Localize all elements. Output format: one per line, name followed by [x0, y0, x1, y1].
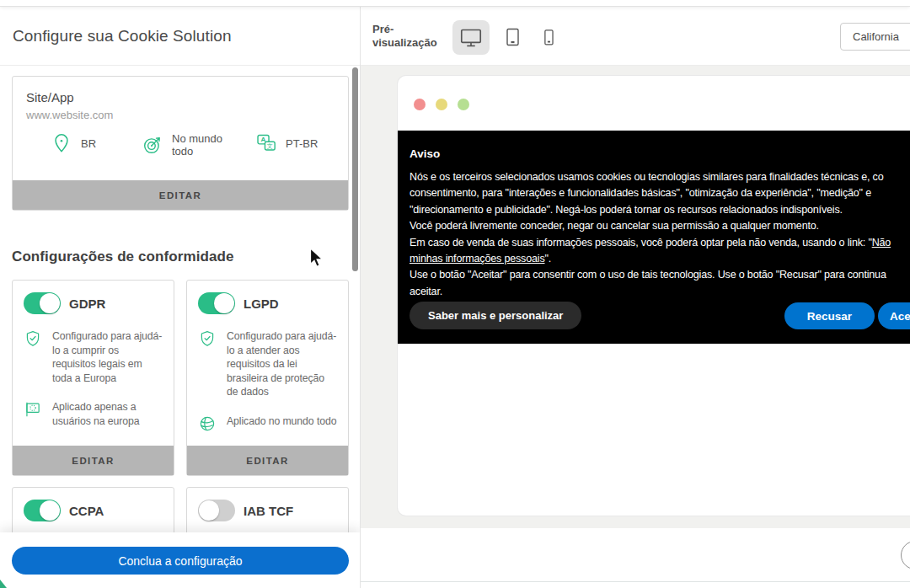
mouse-cursor	[308, 248, 326, 268]
shield-check-icon	[24, 329, 42, 385]
globe-icon	[198, 414, 217, 433]
chat-bubble-corner	[0, 580, 7, 588]
lgpd-card: LGPD Configurado para ajudá-lo a atender…	[186, 280, 349, 476]
site-country-label: BR	[81, 137, 96, 150]
help-button[interactable]	[901, 541, 910, 569]
scrollbar-thumb[interactable]	[352, 67, 358, 271]
banner-link[interactable]: Não	[872, 237, 891, 249]
ccpa-label: CCPA	[69, 504, 104, 518]
site-app-title: Site/App	[26, 90, 335, 104]
svg-text:文: 文	[267, 142, 273, 150]
shield-check-icon	[198, 329, 217, 399]
page-title: Configure sua Cookie Solution	[13, 27, 232, 45]
site-edit-button[interactable]: EDITAR	[13, 180, 348, 210]
banner-accept-button[interactable]: Aceitar	[878, 302, 910, 329]
traffic-light-red-icon	[414, 99, 426, 110]
configurator-footer: Conclua a configuração	[0, 532, 360, 588]
compliance-section-title: Configurações de conformidade	[12, 249, 234, 265]
gdpr-toggle[interactable]	[24, 292, 61, 314]
traffic-light-green-icon	[458, 99, 469, 110]
ccpa-toggle[interactable]	[24, 500, 61, 521]
gdpr-card: GDPR Configurado para ajudá-lo a cumprir…	[12, 280, 174, 476]
device-tablet-button[interactable]	[494, 20, 531, 55]
iab-tcf-label: IAB TCF	[244, 504, 293, 518]
device-phone-button[interactable]	[530, 20, 567, 55]
gdpr-label: GDPR	[69, 297, 105, 311]
configurator-header: Configure sua Cookie Solution	[0, 7, 360, 66]
footer-divider	[361, 581, 910, 582]
desktop-icon	[458, 27, 484, 49]
phone-icon	[539, 28, 558, 48]
lgpd-item-2: Aplicado no mundo todo	[227, 414, 337, 433]
configurator-panel: Configure sua Cookie Solution Site/App w…	[0, 7, 361, 588]
banner-reject-button[interactable]: Recusar	[784, 302, 875, 329]
banner-text: Nós e os terceiros selecionados usamos c…	[410, 169, 891, 300]
lgpd-item-1: Configurado para ajudá-lo a atender aos …	[227, 329, 337, 399]
preview-header: Pré- visualização	[361, 7, 910, 66]
top-strip	[0, 0, 910, 7]
banner-link[interactable]: minhas informações pessoais	[410, 253, 545, 265]
preview-footer	[361, 528, 910, 588]
lgpd-edit-button[interactable]: EDITAR	[187, 446, 348, 475]
translate-icon: A 文	[255, 132, 277, 154]
banner-title: Aviso	[410, 147, 440, 160]
site-app-card: Site/App www.website.com BR No m	[12, 76, 349, 211]
cookie-banner: Aviso Nós e os terceiros selecionados us…	[398, 131, 910, 344]
site-country: BR	[51, 132, 96, 154]
gdpr-edit-button[interactable]: EDITAR	[13, 446, 174, 475]
target-icon	[142, 134, 163, 156]
browser-mockup: Aviso Nós e os terceiros selecionados us…	[398, 76, 910, 516]
preview-label: Pré- visualização	[372, 23, 437, 50]
device-desktop-button[interactable]	[452, 20, 490, 55]
banner-customize-button[interactable]: Saber mais e personalizar	[410, 302, 581, 329]
preview-area: Aviso Nós e os terceiros selecionados us…	[361, 66, 910, 528]
finish-configuration-button[interactable]: Conclua a configuração	[12, 547, 349, 575]
lgpd-label: LGPD	[244, 297, 279, 311]
gdpr-item-1: Configurado para ajudá-lo a cumprir os r…	[52, 329, 163, 385]
tablet-icon	[502, 27, 522, 49]
traffic-light-yellow-icon	[436, 99, 447, 110]
site-scope-label: No mundo todo	[172, 132, 228, 158]
site-language: A 文 PT-BR	[255, 132, 318, 154]
iab-tcf-toggle[interactable]	[198, 500, 235, 521]
gdpr-item-2: Aplicado apenas a usuários na europa	[52, 400, 163, 428]
site-language-label: PT-BR	[286, 137, 318, 150]
lgpd-toggle[interactable]	[198, 292, 235, 314]
location-pin-icon	[51, 132, 72, 154]
site-scope: No mundo todo	[142, 132, 228, 158]
preview-panel: Pré- visualização	[361, 7, 910, 588]
region-selector[interactable]: California	[840, 23, 910, 51]
site-url: www.website.com	[26, 109, 335, 121]
eu-flag-icon	[24, 400, 42, 428]
